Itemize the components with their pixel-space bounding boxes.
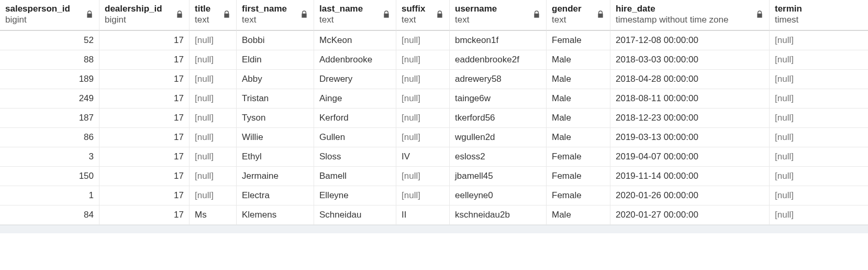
cell-username[interactable]: kschneidau2b bbox=[450, 206, 547, 225]
cell-title[interactable]: Ms bbox=[190, 206, 237, 225]
cell-hire_date[interactable]: 2020-01-26 00:00:00 bbox=[610, 186, 770, 206]
cell-dealership_id[interactable]: 17 bbox=[99, 206, 190, 225]
cell-last_name[interactable]: Sloss bbox=[314, 147, 396, 167]
cell-title[interactable]: [null] bbox=[190, 31, 237, 50]
cell-hire_date[interactable]: 2017-12-08 00:00:00 bbox=[610, 31, 770, 50]
cell-dealership_id[interactable]: 17 bbox=[99, 70, 190, 89]
cell-salesperson_id[interactable]: 86 bbox=[0, 128, 99, 147]
cell-first_name[interactable]: Klemens bbox=[237, 206, 314, 225]
table-row[interactable]: 5217[null]BobbiMcKeon[null]bmckeon1fFema… bbox=[0, 31, 868, 50]
cell-last_name[interactable]: Kerford bbox=[314, 109, 396, 128]
cell-first_name[interactable]: Ethyl bbox=[237, 147, 314, 167]
cell-dealership_id[interactable]: 17 bbox=[99, 167, 190, 186]
cell-username[interactable]: jbamell45 bbox=[450, 167, 547, 186]
cell-salesperson_id[interactable]: 249 bbox=[0, 89, 99, 109]
cell-last_name[interactable]: Gullen bbox=[314, 128, 396, 147]
cell-suffix[interactable]: [null] bbox=[396, 50, 450, 70]
cell-gender[interactable]: Male bbox=[547, 50, 610, 70]
cell-gender[interactable]: Male bbox=[547, 70, 610, 89]
cell-hire_date[interactable]: 2018-03-03 00:00:00 bbox=[610, 50, 770, 70]
table-row[interactable]: 8817[null]EldinAddenbrooke[null]eaddenbr… bbox=[0, 50, 868, 70]
cell-salesperson_id[interactable]: 1 bbox=[0, 186, 99, 206]
cell-username[interactable]: esloss2 bbox=[450, 147, 547, 167]
cell-title[interactable]: [null] bbox=[190, 50, 237, 70]
cell-username[interactable]: eaddenbrooke2f bbox=[450, 50, 547, 70]
cell-salesperson_id[interactable]: 189 bbox=[0, 70, 99, 89]
column-header-first_name[interactable]: first_name text bbox=[237, 0, 314, 31]
cell-first_name[interactable]: Eldin bbox=[237, 50, 314, 70]
cell-last_name[interactable]: Elleyne bbox=[314, 186, 396, 206]
cell-termin[interactable]: [null] bbox=[770, 50, 868, 70]
cell-suffix[interactable]: [null] bbox=[396, 128, 450, 147]
table-row[interactable]: 8417MsKlemensSchneidauIIkschneidau2bMale… bbox=[0, 206, 868, 225]
cell-termin[interactable]: [null] bbox=[770, 70, 868, 89]
cell-dealership_id[interactable]: 17 bbox=[99, 109, 190, 128]
cell-salesperson_id[interactable]: 52 bbox=[0, 31, 99, 50]
cell-hire_date[interactable]: 2020-01-27 00:00:00 bbox=[610, 206, 770, 225]
cell-first_name[interactable]: Willie bbox=[237, 128, 314, 147]
cell-first_name[interactable]: Tristan bbox=[237, 89, 314, 109]
cell-last_name[interactable]: Drewery bbox=[314, 70, 396, 89]
cell-last_name[interactable]: Addenbrooke bbox=[314, 50, 396, 70]
cell-salesperson_id[interactable]: 3 bbox=[0, 147, 99, 167]
cell-first_name[interactable]: Tyson bbox=[237, 109, 314, 128]
cell-salesperson_id[interactable]: 88 bbox=[0, 50, 99, 70]
cell-suffix[interactable]: [null] bbox=[396, 167, 450, 186]
cell-suffix[interactable]: [null] bbox=[396, 31, 450, 50]
cell-gender[interactable]: Male bbox=[547, 206, 610, 225]
cell-title[interactable]: [null] bbox=[190, 109, 237, 128]
column-header-last_name[interactable]: last_name text bbox=[314, 0, 396, 31]
cell-suffix[interactable]: [null] bbox=[396, 70, 450, 89]
cell-suffix[interactable]: [null] bbox=[396, 109, 450, 128]
cell-dealership_id[interactable]: 17 bbox=[99, 89, 190, 109]
cell-last_name[interactable]: Ainge bbox=[314, 89, 396, 109]
cell-username[interactable]: tainge6w bbox=[450, 89, 547, 109]
table-row[interactable]: 24917[null]TristanAinge[null]tainge6wMal… bbox=[0, 89, 868, 109]
cell-termin[interactable]: [null] bbox=[770, 109, 868, 128]
table-row[interactable]: 8617[null]WillieGullen[null]wgullen2dMal… bbox=[0, 128, 868, 147]
cell-suffix[interactable]: [null] bbox=[396, 89, 450, 109]
cell-hire_date[interactable]: 2019-03-13 00:00:00 bbox=[610, 128, 770, 147]
table-row[interactable]: 18717[null]TysonKerford[null]tkerford56M… bbox=[0, 109, 868, 128]
cell-termin[interactable]: [null] bbox=[770, 186, 868, 206]
cell-last_name[interactable]: Schneidau bbox=[314, 206, 396, 225]
cell-termin[interactable]: [null] bbox=[770, 89, 868, 109]
column-header-suffix[interactable]: suffix text bbox=[396, 0, 450, 31]
cell-title[interactable]: [null] bbox=[190, 89, 237, 109]
cell-gender[interactable]: Female bbox=[547, 31, 610, 50]
cell-gender[interactable]: Female bbox=[547, 186, 610, 206]
cell-last_name[interactable]: Bamell bbox=[314, 167, 396, 186]
column-header-salesperson_id[interactable]: salesperson_id bigint bbox=[0, 0, 99, 31]
cell-title[interactable]: [null] bbox=[190, 147, 237, 167]
cell-hire_date[interactable]: 2018-08-11 00:00:00 bbox=[610, 89, 770, 109]
cell-suffix[interactable]: [null] bbox=[396, 186, 450, 206]
column-header-title[interactable]: title text bbox=[190, 0, 237, 31]
cell-first_name[interactable]: Jermaine bbox=[237, 167, 314, 186]
cell-dealership_id[interactable]: 17 bbox=[99, 186, 190, 206]
cell-title[interactable]: [null] bbox=[190, 128, 237, 147]
cell-dealership_id[interactable]: 17 bbox=[99, 50, 190, 70]
cell-dealership_id[interactable]: 17 bbox=[99, 31, 190, 50]
table-row[interactable]: 18917[null]AbbyDrewery[null]adrewery58Ma… bbox=[0, 70, 868, 89]
column-header-gender[interactable]: gender text bbox=[547, 0, 610, 31]
cell-username[interactable]: eelleyne0 bbox=[450, 186, 547, 206]
cell-gender[interactable]: Male bbox=[547, 89, 610, 109]
cell-gender[interactable]: Female bbox=[547, 147, 610, 167]
cell-termin[interactable]: [null] bbox=[770, 128, 868, 147]
cell-salesperson_id[interactable]: 150 bbox=[0, 167, 99, 186]
cell-username[interactable]: adrewery58 bbox=[450, 70, 547, 89]
cell-title[interactable]: [null] bbox=[190, 70, 237, 89]
cell-first_name[interactable]: Abby bbox=[237, 70, 314, 89]
cell-gender[interactable]: Male bbox=[547, 109, 610, 128]
cell-title[interactable]: [null] bbox=[190, 186, 237, 206]
cell-termin[interactable]: [null] bbox=[770, 31, 868, 50]
cell-dealership_id[interactable]: 17 bbox=[99, 128, 190, 147]
horizontal-scrollbar[interactable] bbox=[0, 225, 868, 233]
cell-hire_date[interactable]: 2019-04-07 00:00:00 bbox=[610, 147, 770, 167]
cell-hire_date[interactable]: 2018-04-28 00:00:00 bbox=[610, 70, 770, 89]
cell-hire_date[interactable]: 2018-12-23 00:00:00 bbox=[610, 109, 770, 128]
table-row[interactable]: 15017[null]JermaineBamell[null]jbamell45… bbox=[0, 167, 868, 186]
cell-salesperson_id[interactable]: 187 bbox=[0, 109, 99, 128]
cell-last_name[interactable]: McKeon bbox=[314, 31, 396, 50]
cell-suffix[interactable]: II bbox=[396, 206, 450, 225]
